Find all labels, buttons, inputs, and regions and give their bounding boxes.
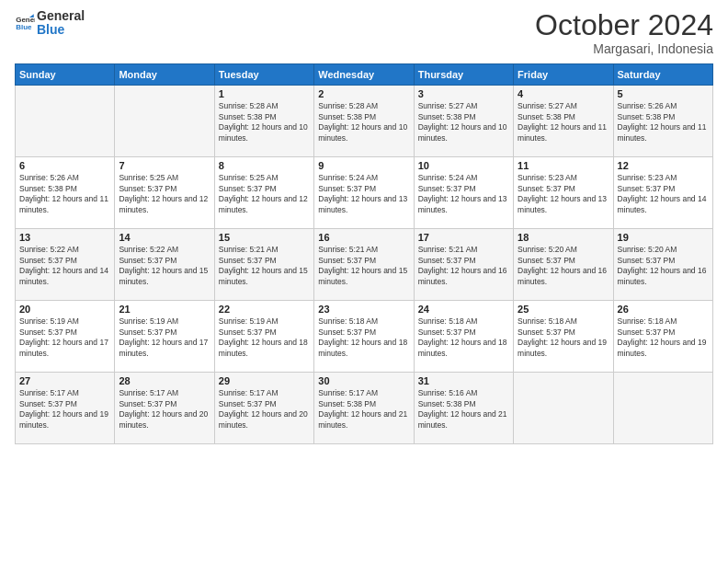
day-info: Sunrise: 5:17 AMSunset: 5:37 PMDaylight:…	[19, 388, 110, 431]
day-cell: 19Sunrise: 5:20 AMSunset: 5:37 PMDayligh…	[613, 229, 712, 301]
day-cell: 21Sunrise: 5:19 AMSunset: 5:37 PMDayligh…	[115, 301, 214, 373]
day-number: 17	[418, 232, 509, 243]
week-row-4: 27Sunrise: 5:17 AMSunset: 5:37 PMDayligh…	[16, 373, 713, 444]
day-number: 24	[418, 304, 509, 315]
day-info: Sunrise: 5:23 AMSunset: 5:37 PMDaylight:…	[518, 173, 609, 215]
day-number: 14	[119, 232, 210, 243]
day-number: 20	[19, 304, 110, 315]
header-friday: Friday	[514, 64, 613, 86]
day-info: Sunrise: 5:18 AMSunset: 5:37 PMDaylight:…	[318, 316, 409, 359]
day-info: Sunrise: 5:22 AMSunset: 5:37 PMDaylight:…	[119, 245, 210, 287]
day-cell: 12Sunrise: 5:23 AMSunset: 5:37 PMDayligh…	[613, 157, 712, 229]
logo-line1: General	[37, 9, 85, 23]
day-cell: 13Sunrise: 5:22 AMSunset: 5:37 PMDayligh…	[16, 229, 115, 301]
month-title: October 2024	[535, 9, 713, 41]
day-number: 16	[318, 232, 409, 243]
day-cell: 7Sunrise: 5:25 AMSunset: 5:37 PMDaylight…	[115, 157, 214, 229]
day-cell: 18Sunrise: 5:20 AMSunset: 5:37 PMDayligh…	[514, 229, 613, 301]
header-wednesday: Wednesday	[314, 64, 414, 86]
day-info: Sunrise: 5:19 AMSunset: 5:37 PMDaylight:…	[119, 316, 210, 359]
day-number: 9	[318, 160, 409, 171]
day-info: Sunrise: 5:24 AMSunset: 5:37 PMDaylight:…	[418, 173, 509, 215]
day-number: 21	[119, 304, 210, 315]
week-row-0: 1Sunrise: 5:28 AMSunset: 5:38 PMDaylight…	[16, 86, 713, 157]
day-cell: 9Sunrise: 5:24 AMSunset: 5:37 PMDaylight…	[314, 157, 414, 229]
header-row: SundayMondayTuesdayWednesdayThursdayFrid…	[16, 64, 713, 86]
day-cell: 6Sunrise: 5:26 AMSunset: 5:38 PMDaylight…	[16, 157, 115, 229]
day-number: 29	[219, 375, 310, 386]
day-info: Sunrise: 5:20 AMSunset: 5:37 PMDaylight:…	[618, 245, 709, 287]
day-cell: 16Sunrise: 5:21 AMSunset: 5:37 PMDayligh…	[314, 229, 414, 301]
day-cell: 23Sunrise: 5:18 AMSunset: 5:37 PMDayligh…	[314, 301, 414, 373]
day-cell	[16, 86, 115, 157]
day-cell	[514, 373, 613, 444]
day-cell: 22Sunrise: 5:19 AMSunset: 5:37 PMDayligh…	[214, 301, 313, 373]
day-number: 12	[618, 160, 709, 171]
day-cell: 28Sunrise: 5:17 AMSunset: 5:37 PMDayligh…	[115, 373, 214, 444]
day-number: 28	[119, 375, 210, 386]
day-number: 30	[318, 375, 409, 386]
header-monday: Monday	[115, 64, 214, 86]
day-number: 8	[219, 160, 310, 171]
day-number: 15	[219, 232, 310, 243]
day-info: Sunrise: 5:24 AMSunset: 5:37 PMDaylight:…	[318, 173, 409, 215]
header-sunday: Sunday	[16, 64, 115, 86]
day-info: Sunrise: 5:26 AMSunset: 5:38 PMDaylight:…	[19, 173, 110, 215]
day-number: 27	[19, 375, 110, 386]
day-cell: 4Sunrise: 5:27 AMSunset: 5:38 PMDaylight…	[514, 86, 613, 157]
day-info: Sunrise: 5:18 AMSunset: 5:37 PMDaylight:…	[618, 316, 709, 359]
day-info: Sunrise: 5:18 AMSunset: 5:37 PMDaylight:…	[418, 316, 509, 359]
day-cell: 31Sunrise: 5:16 AMSunset: 5:38 PMDayligh…	[414, 373, 513, 444]
day-cell: 24Sunrise: 5:18 AMSunset: 5:37 PMDayligh…	[414, 301, 513, 373]
day-cell: 10Sunrise: 5:24 AMSunset: 5:37 PMDayligh…	[414, 157, 513, 229]
day-number: 26	[618, 304, 709, 315]
day-cell: 14Sunrise: 5:22 AMSunset: 5:37 PMDayligh…	[115, 229, 214, 301]
day-cell: 1Sunrise: 5:28 AMSunset: 5:38 PMDaylight…	[214, 86, 313, 157]
day-cell: 15Sunrise: 5:21 AMSunset: 5:37 PMDayligh…	[214, 229, 313, 301]
week-row-1: 6Sunrise: 5:26 AMSunset: 5:38 PMDaylight…	[16, 157, 713, 229]
day-cell: 26Sunrise: 5:18 AMSunset: 5:37 PMDayligh…	[613, 301, 712, 373]
day-cell: 2Sunrise: 5:28 AMSunset: 5:38 PMDaylight…	[314, 86, 414, 157]
day-info: Sunrise: 5:23 AMSunset: 5:37 PMDaylight:…	[618, 173, 709, 215]
day-info: Sunrise: 5:17 AMSunset: 5:37 PMDaylight:…	[119, 388, 210, 431]
day-info: Sunrise: 5:28 AMSunset: 5:38 PMDaylight:…	[318, 101, 409, 144]
day-number: 31	[418, 375, 509, 386]
day-info: Sunrise: 5:26 AMSunset: 5:38 PMDaylight:…	[618, 101, 709, 144]
day-cell: 29Sunrise: 5:17 AMSunset: 5:37 PMDayligh…	[214, 373, 313, 444]
day-number: 7	[119, 160, 210, 171]
day-info: Sunrise: 5:28 AMSunset: 5:38 PMDaylight:…	[219, 101, 310, 144]
day-number: 6	[19, 160, 110, 171]
day-info: Sunrise: 5:20 AMSunset: 5:37 PMDaylight:…	[518, 245, 609, 287]
week-row-2: 13Sunrise: 5:22 AMSunset: 5:37 PMDayligh…	[16, 229, 713, 301]
day-cell: 11Sunrise: 5:23 AMSunset: 5:37 PMDayligh…	[514, 157, 613, 229]
day-cell: 5Sunrise: 5:26 AMSunset: 5:38 PMDaylight…	[613, 86, 712, 157]
day-info: Sunrise: 5:27 AMSunset: 5:38 PMDaylight:…	[518, 101, 609, 144]
day-cell: 27Sunrise: 5:17 AMSunset: 5:37 PMDayligh…	[16, 373, 115, 444]
day-cell: 17Sunrise: 5:21 AMSunset: 5:37 PMDayligh…	[414, 229, 513, 301]
day-cell: 20Sunrise: 5:19 AMSunset: 5:37 PMDayligh…	[16, 301, 115, 373]
day-number: 22	[219, 304, 310, 315]
day-info: Sunrise: 5:21 AMSunset: 5:37 PMDaylight:…	[418, 245, 509, 287]
header-tuesday: Tuesday	[214, 64, 313, 86]
day-cell: 25Sunrise: 5:18 AMSunset: 5:37 PMDayligh…	[514, 301, 613, 373]
day-number: 10	[418, 160, 509, 171]
day-info: Sunrise: 5:17 AMSunset: 5:38 PMDaylight:…	[318, 388, 409, 431]
logo-icon: General Blue	[15, 13, 35, 33]
header-saturday: Saturday	[613, 64, 712, 86]
day-number: 25	[518, 304, 609, 315]
day-info: Sunrise: 5:25 AMSunset: 5:37 PMDaylight:…	[219, 173, 310, 215]
logo-line2: Blue	[37, 23, 85, 37]
day-number: 4	[518, 88, 609, 99]
header-thursday: Thursday	[414, 64, 513, 86]
day-info: Sunrise: 5:19 AMSunset: 5:37 PMDaylight:…	[219, 316, 310, 359]
day-number: 18	[518, 232, 609, 243]
day-info: Sunrise: 5:25 AMSunset: 5:37 PMDaylight:…	[119, 173, 210, 215]
header: General Blue General Blue October 2024 M…	[15, 9, 713, 56]
day-info: Sunrise: 5:17 AMSunset: 5:37 PMDaylight:…	[219, 388, 310, 431]
day-number: 5	[618, 88, 709, 99]
day-info: Sunrise: 5:21 AMSunset: 5:37 PMDaylight:…	[219, 245, 310, 287]
day-cell: 3Sunrise: 5:27 AMSunset: 5:38 PMDaylight…	[414, 86, 513, 157]
day-cell	[613, 373, 712, 444]
location: Margasari, Indonesia	[535, 41, 713, 56]
day-info: Sunrise: 5:27 AMSunset: 5:38 PMDaylight:…	[418, 101, 509, 144]
